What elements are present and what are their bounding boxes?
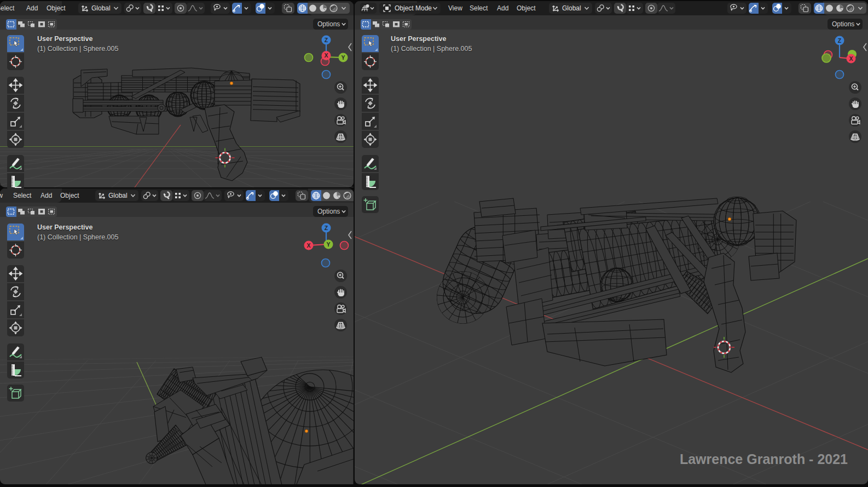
- svg-text:Z: Z: [325, 225, 328, 231]
- svg-text:Z: Z: [325, 37, 328, 43]
- svg-text:Z: Z: [838, 37, 842, 44]
- svg-text:X: X: [306, 242, 310, 249]
- svg-text:X: X: [849, 55, 853, 62]
- svg-text:Lawrence Granroth - 2021: Lawrence Granroth - 2021: [680, 451, 848, 467]
- svg-text:Y: Y: [341, 54, 345, 61]
- svg-text:X: X: [324, 52, 328, 59]
- svg-text:Y: Y: [326, 241, 330, 248]
